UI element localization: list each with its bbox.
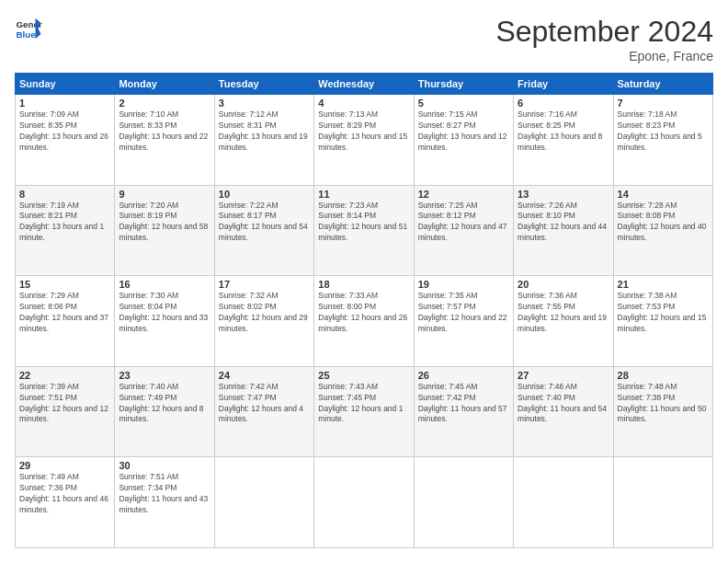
table-row: 13Sunrise: 7:26 AMSunset: 8:10 PMDayligh…: [514, 185, 613, 276]
table-row: 3Sunrise: 7:12 AMSunset: 8:31 PMDaylight…: [214, 95, 313, 186]
day-number: 8: [19, 189, 110, 200]
logo-icon: General Blue: [15, 15, 42, 42]
day-info: Sunrise: 7:19 AMSunset: 8:21 PMDaylight:…: [19, 201, 110, 245]
table-row: 2Sunrise: 7:10 AMSunset: 8:33 PMDaylight…: [115, 95, 214, 186]
day-number: 17: [219, 279, 310, 290]
calendar-week-row: 8Sunrise: 7:19 AMSunset: 8:21 PMDaylight…: [16, 185, 713, 276]
col-monday: Monday: [115, 74, 214, 95]
table-row: 23Sunrise: 7:40 AMSunset: 7:49 PMDayligh…: [115, 366, 214, 457]
day-info: Sunrise: 7:36 AMSunset: 7:55 PMDaylight:…: [518, 291, 609, 335]
day-number: 6: [518, 98, 609, 109]
day-info: Sunrise: 7:09 AMSunset: 8:35 PMDaylight:…: [19, 109, 110, 154]
day-number: 24: [219, 370, 310, 381]
col-sunday: Sunday: [16, 74, 115, 95]
calendar-header-row: Sunday Monday Tuesday Wednesday Thursday…: [16, 74, 713, 95]
day-number: 21: [618, 279, 709, 290]
day-number: 4: [318, 98, 409, 109]
day-info: Sunrise: 7:42 AMSunset: 7:47 PMDaylight:…: [219, 382, 310, 426]
header: General Blue September 2024 Epone, Franc…: [15, 15, 713, 63]
day-info: Sunrise: 7:32 AMSunset: 8:02 PMDaylight:…: [219, 291, 310, 335]
table-row: 15Sunrise: 7:29 AMSunset: 8:06 PMDayligh…: [16, 276, 115, 367]
table-row: 16Sunrise: 7:30 AMSunset: 8:04 PMDayligh…: [115, 276, 214, 367]
calendar-week-row: 22Sunrise: 7:39 AMSunset: 7:51 PMDayligh…: [16, 366, 713, 457]
table-row: [514, 457, 613, 548]
table-row: 12Sunrise: 7:25 AMSunset: 8:12 PMDayligh…: [414, 185, 513, 276]
table-row: 1Sunrise: 7:09 AMSunset: 8:35 PMDaylight…: [16, 95, 115, 186]
table-row: 30Sunrise: 7:51 AMSunset: 7:34 PMDayligh…: [115, 457, 214, 548]
day-number: 11: [318, 189, 409, 200]
table-row: 25Sunrise: 7:43 AMSunset: 7:45 PMDayligh…: [314, 366, 414, 457]
col-wednesday: Wednesday: [314, 74, 414, 95]
location: Epone, France: [495, 49, 713, 63]
day-number: 27: [518, 370, 609, 381]
table-row: 27Sunrise: 7:46 AMSunset: 7:40 PMDayligh…: [514, 366, 613, 457]
table-row: 21Sunrise: 7:38 AMSunset: 7:53 PMDayligh…: [613, 276, 712, 367]
day-number: 18: [318, 279, 409, 290]
logo: General Blue: [15, 15, 42, 42]
calendar-week-row: 1Sunrise: 7:09 AMSunset: 8:35 PMDaylight…: [16, 95, 713, 186]
title-section: September 2024 Epone, France: [495, 15, 713, 63]
table-row: 28Sunrise: 7:48 AMSunset: 7:38 PMDayligh…: [613, 366, 712, 457]
day-number: 16: [119, 279, 210, 290]
table-row: [314, 457, 414, 548]
day-number: 20: [518, 279, 609, 290]
calendar-week-row: 15Sunrise: 7:29 AMSunset: 8:06 PMDayligh…: [16, 276, 713, 367]
col-saturday: Saturday: [613, 74, 712, 95]
table-row: 26Sunrise: 7:45 AMSunset: 7:42 PMDayligh…: [414, 366, 513, 457]
day-number: 26: [418, 370, 509, 381]
day-info: Sunrise: 7:20 AMSunset: 8:19 PMDaylight:…: [119, 201, 210, 245]
table-row: 14Sunrise: 7:28 AMSunset: 8:08 PMDayligh…: [613, 185, 712, 276]
day-number: 22: [19, 370, 110, 381]
day-number: 2: [119, 98, 210, 109]
table-row: 9Sunrise: 7:20 AMSunset: 8:19 PMDaylight…: [115, 185, 214, 276]
day-number: 19: [418, 279, 509, 290]
day-number: 28: [618, 370, 709, 381]
month-title: September 2024: [495, 15, 713, 49]
day-info: Sunrise: 7:15 AMSunset: 8:27 PMDaylight:…: [418, 109, 509, 154]
table-row: 22Sunrise: 7:39 AMSunset: 7:51 PMDayligh…: [16, 366, 115, 457]
day-info: Sunrise: 7:38 AMSunset: 7:53 PMDaylight:…: [618, 291, 709, 335]
day-info: Sunrise: 7:30 AMSunset: 8:04 PMDaylight:…: [119, 291, 210, 335]
day-info: Sunrise: 7:46 AMSunset: 7:40 PMDaylight:…: [518, 382, 609, 426]
day-info: Sunrise: 7:40 AMSunset: 7:49 PMDaylight:…: [119, 382, 210, 426]
day-info: Sunrise: 7:49 AMSunset: 7:36 PMDaylight:…: [19, 472, 110, 516]
table-row: [613, 457, 712, 548]
table-row: 29Sunrise: 7:49 AMSunset: 7:36 PMDayligh…: [16, 457, 115, 548]
day-info: Sunrise: 7:13 AMSunset: 8:29 PMDaylight:…: [318, 109, 409, 154]
day-info: Sunrise: 7:23 AMSunset: 8:14 PMDaylight:…: [318, 201, 409, 245]
day-number: 30: [119, 460, 210, 471]
table-row: [414, 457, 513, 548]
day-info: Sunrise: 7:45 AMSunset: 7:42 PMDaylight:…: [418, 382, 509, 426]
svg-text:Blue: Blue: [17, 29, 37, 40]
table-row: [214, 457, 313, 548]
day-number: 23: [119, 370, 210, 381]
day-number: 7: [618, 98, 709, 109]
day-info: Sunrise: 7:18 AMSunset: 8:23 PMDaylight:…: [618, 109, 709, 154]
day-number: 10: [219, 189, 310, 200]
day-info: Sunrise: 7:12 AMSunset: 8:31 PMDaylight:…: [219, 109, 310, 154]
day-info: Sunrise: 7:35 AMSunset: 7:57 PMDaylight:…: [418, 291, 509, 335]
day-info: Sunrise: 7:28 AMSunset: 8:08 PMDaylight:…: [618, 201, 709, 245]
col-tuesday: Tuesday: [214, 74, 313, 95]
table-row: 5Sunrise: 7:15 AMSunset: 8:27 PMDaylight…: [414, 95, 513, 186]
day-info: Sunrise: 7:29 AMSunset: 8:06 PMDaylight:…: [19, 291, 110, 335]
table-row: 4Sunrise: 7:13 AMSunset: 8:29 PMDaylight…: [314, 95, 414, 186]
day-number: 3: [219, 98, 310, 109]
day-info: Sunrise: 7:43 AMSunset: 7:45 PMDaylight:…: [318, 382, 409, 426]
col-thursday: Thursday: [414, 74, 513, 95]
table-row: 17Sunrise: 7:32 AMSunset: 8:02 PMDayligh…: [214, 276, 313, 367]
day-number: 13: [518, 189, 609, 200]
table-row: 6Sunrise: 7:16 AMSunset: 8:25 PMDaylight…: [514, 95, 613, 186]
table-row: 20Sunrise: 7:36 AMSunset: 7:55 PMDayligh…: [514, 276, 613, 367]
day-number: 15: [19, 279, 110, 290]
day-info: Sunrise: 7:16 AMSunset: 8:25 PMDaylight:…: [518, 109, 609, 154]
day-number: 9: [119, 189, 210, 200]
day-number: 5: [418, 98, 509, 109]
calendar-table: Sunday Monday Tuesday Wednesday Thursday…: [15, 73, 713, 548]
day-number: 1: [19, 98, 110, 109]
day-info: Sunrise: 7:10 AMSunset: 8:33 PMDaylight:…: [119, 109, 210, 154]
calendar-week-row: 29Sunrise: 7:49 AMSunset: 7:36 PMDayligh…: [16, 457, 713, 548]
table-row: 8Sunrise: 7:19 AMSunset: 8:21 PMDaylight…: [16, 185, 115, 276]
day-number: 12: [418, 189, 509, 200]
day-info: Sunrise: 7:51 AMSunset: 7:34 PMDaylight:…: [119, 472, 210, 516]
